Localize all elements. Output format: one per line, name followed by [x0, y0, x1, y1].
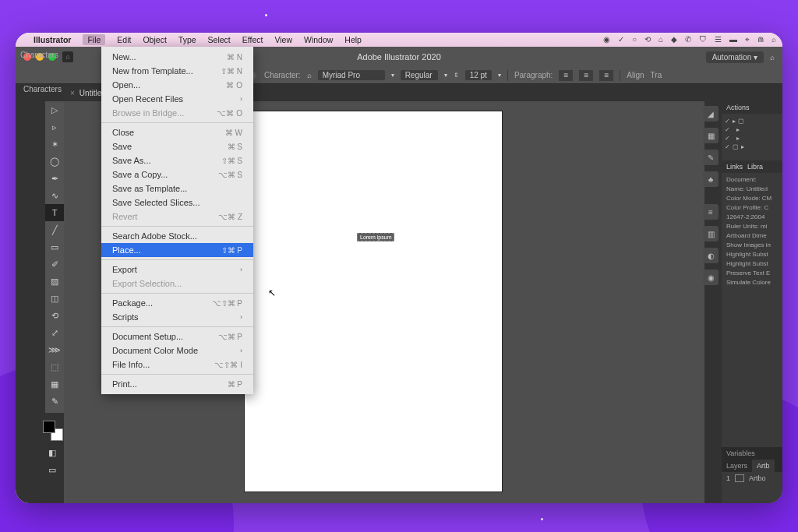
actions-panel-header[interactable]: Actions [722, 101, 782, 114]
rectangle-tool[interactable]: ▭ [45, 238, 64, 255]
close-tab-icon[interactable]: × [70, 89, 75, 97]
tray-icon[interactable]: ⟲ [644, 35, 651, 44]
menu-window[interactable]: Window [304, 35, 333, 44]
file-menu-item[interactable]: Open...⌘ O [101, 78, 253, 92]
variables-tab[interactable]: Variables [722, 447, 760, 460]
file-menu-item[interactable]: File Info...⌥⇧⌘ I [101, 358, 253, 372]
transform-label[interactable]: Tra [651, 71, 662, 79]
text-frame[interactable]: Lorem ipsum [357, 233, 394, 241]
scale-tool[interactable]: ⤢ [45, 324, 64, 341]
file-menu-item[interactable]: Document Setup...⌥⌘ P [101, 329, 253, 344]
tray-icon[interactable]: ◉ [603, 35, 610, 44]
menu-type[interactable]: Type [178, 35, 196, 44]
drawing-mode-icon[interactable]: ◧ [43, 444, 62, 461]
file-menu-item[interactable]: Search Adobe Stock... [101, 229, 253, 243]
align-right-button[interactable]: ≡ [599, 70, 613, 81]
line-tool[interactable]: ╱ [45, 221, 64, 238]
direct-selection-tool[interactable]: ▹ [45, 118, 64, 136]
file-menu-item[interactable]: Save Selected Slices... [101, 196, 253, 210]
tray-icon[interactable]: ⌂ [659, 35, 663, 44]
menu-edit[interactable]: Edit [117, 35, 131, 44]
app-menu[interactable]: Illustrator [34, 35, 71, 44]
tray-icon[interactable]: ☰ [715, 35, 722, 44]
file-menu-item[interactable]: Save As...⇧⌘ S [101, 153, 253, 167]
pen-tool[interactable]: ✒ [45, 170, 64, 187]
workspace-switcher[interactable]: Automation ▾ [706, 51, 764, 63]
curvature-tool[interactable]: ∿ [45, 187, 64, 204]
gradient-panel-icon[interactable]: ▥ [703, 226, 719, 241]
search-app-icon[interactable]: ⌕ [770, 53, 775, 62]
links-tab[interactable]: Links [726, 163, 743, 171]
action-row[interactable]: ✓▸▢ [725, 117, 779, 125]
gradient-tool[interactable]: ▦ [45, 375, 64, 393]
bluetooth-icon[interactable]: ⌖ [745, 35, 750, 44]
artboard[interactable]: Lorem ipsum [245, 111, 502, 491]
type-tool[interactable]: T [45, 204, 64, 221]
eyedropper-tool[interactable]: ✎ [45, 393, 64, 410]
font-search-icon[interactable]: ⌕ [307, 71, 312, 79]
screen-mode-icon[interactable]: ▭ [43, 461, 62, 478]
menu-help[interactable]: Help [344, 35, 362, 44]
file-menu-item[interactable]: Export› [101, 262, 253, 277]
file-menu-item[interactable]: New...⌘ N [101, 50, 253, 64]
file-menu-item[interactable]: New from Template...⇧⌘ N [101, 64, 253, 78]
file-menu-item[interactable]: Close⌘ W [101, 125, 253, 139]
font-style-select[interactable]: Regular [401, 70, 438, 80]
menu-object[interactable]: Object [143, 35, 166, 44]
artboards-tab[interactable]: Artb [752, 460, 775, 472]
home-icon[interactable]: ⌂ [62, 51, 73, 62]
artboard-name: Artbo [749, 474, 766, 482]
action-row[interactable]: ✓▢▸ [725, 143, 779, 151]
file-menu-item[interactable]: Scripts› [101, 310, 253, 324]
tray-icon[interactable]: ⛉ [699, 35, 707, 44]
wifi-icon[interactable]: ⋒ [757, 35, 764, 44]
file-menu-item[interactable]: Save⌘ S [101, 139, 253, 153]
paintbrush-tool[interactable]: ✐ [45, 255, 64, 273]
align-center-button[interactable]: ≡ [579, 70, 593, 81]
symbols-panel-icon[interactable]: ♣ [703, 171, 719, 187]
selection-tool[interactable]: ▷ [45, 101, 64, 118]
file-menu-item[interactable]: Package...⌥⇧⌘ P [101, 296, 253, 310]
layers-tab[interactable]: Layers [722, 460, 752, 472]
tray-icon[interactable]: ◆ [671, 35, 677, 44]
appearance-panel-icon[interactable]: ◉ [703, 270, 719, 285]
file-menu-item[interactable]: Document Color Mode› [101, 344, 253, 358]
align-label[interactable]: Align [627, 71, 644, 79]
color-panel-icon[interactable]: ◢ [703, 106, 719, 122]
shaper-tool[interactable]: ▨ [45, 273, 64, 290]
menu-view[interactable]: View [274, 35, 292, 44]
artboard-list-row[interactable]: 1 Artbo [722, 472, 782, 484]
lasso-tool[interactable]: ◯ [45, 153, 64, 170]
swatches-panel-icon[interactable]: ▦ [703, 128, 719, 143]
tray-icon[interactable]: ✓ [618, 35, 624, 44]
action-row[interactable]: ✓ ▸ [725, 125, 779, 134]
flag-icon[interactable]: ▬ [729, 35, 737, 44]
align-left-button[interactable]: ≡ [559, 70, 573, 81]
action-row[interactable]: ✓ ▸ [725, 134, 779, 143]
rotate-tool[interactable]: ⟲ [45, 307, 64, 324]
file-menu-item[interactable]: Save as Template... [101, 181, 253, 196]
fill-color-well[interactable] [43, 421, 55, 433]
file-menu-item[interactable]: Save a Copy...⌥⌘ S [101, 167, 253, 181]
menu-effect[interactable]: Effect [242, 35, 263, 44]
menu-file[interactable]: File [83, 34, 105, 45]
font-family-select[interactable]: Myriad Pro [318, 70, 385, 80]
transparency-panel-icon[interactable]: ◐ [703, 248, 719, 263]
doc-info-line: Simulate Colore [726, 278, 778, 287]
file-menu-item[interactable]: Place...⇧⌘ P [101, 243, 253, 257]
libraries-tab[interactable]: Libra [747, 163, 763, 171]
stroke-panel-icon[interactable]: ≡ [703, 204, 719, 220]
width-tool[interactable]: ⋙ [45, 341, 64, 358]
free-transform-tool[interactable]: ⬚ [45, 358, 64, 375]
file-menu-item[interactable]: Open Recent Files› [101, 92, 253, 106]
eraser-tool[interactable]: ◫ [45, 290, 64, 307]
file-menu-item[interactable]: Print...⌘ P [101, 377, 253, 391]
brushes-panel-icon[interactable]: ✎ [703, 150, 719, 165]
color-wells[interactable] [43, 421, 63, 441]
magic-wand-tool[interactable]: ✶ [45, 136, 64, 153]
search-icon[interactable]: ⌕ [772, 35, 776, 44]
tray-icon[interactable]: ○ [632, 35, 637, 44]
font-size-input[interactable]: 12 pt [465, 70, 492, 80]
menu-select[interactable]: Select [208, 35, 231, 44]
tray-icon[interactable]: ✆ [685, 35, 691, 44]
